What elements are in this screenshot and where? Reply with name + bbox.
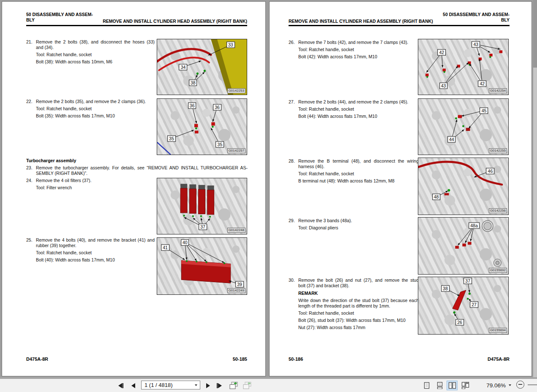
footer-page-number: 50-186 [289,357,303,362]
header-section-line2: BLY [405,17,510,23]
remark-line1: Write down the direction of the stud bol… [298,298,419,303]
last-page-button[interactable] [215,382,224,389]
next-page-button[interactable] [204,382,213,389]
remark-heading: REMARK [298,291,318,296]
single-page-icon [423,382,430,389]
step-21-number: 21. [26,39,33,45]
step-30-nut: Nut (27): Width across flats 17mm [298,325,365,330]
layout-continuous-button[interactable] [434,381,445,390]
figure-id-label: G0142253 [227,88,245,93]
step-28-body-line1: Remove the B terminal (48), and disconne… [298,158,419,164]
step-22-body: Remove the 2 bolts (35), and remove the … [36,99,146,104]
callout-label-43: 43 [472,41,480,47]
figure-step22-clamps: 36363535G0142257 [157,98,247,155]
header-title: REMOVE AND INSTALL CYLINDER HEAD ASSEMBL… [78,19,247,24]
callout-label-37: 37 [199,223,207,230]
zoom-slider-track[interactable] [528,384,537,385]
step-25-bolt: Bolt (40): Width across flats 17mm, M10 [36,257,115,263]
step-27-tool: Tool: Ratchet handle, socket [298,106,354,112]
engine-illustration [418,39,508,95]
step-25-number: 25. [26,237,33,243]
figure-step30-stud-bolt: 37382726G0155694 [418,277,509,335]
callout-label-39: 39 [235,281,244,287]
step-25-tool: Tool: Ratchet handle, socket [36,250,92,256]
figure-id-label: G0142254 [489,88,507,93]
step-22-number: 22. [26,99,33,104]
callout-label-43: 43 [439,83,448,89]
figure-step29-bands: 48aG0155692 [418,217,509,275]
figure-id-label: G0155694 [489,328,507,333]
step-30-tool: Tool: Ratchet handle, socket [298,310,354,316]
step-26-body: Remove the 7 bolts (42), and remove the … [298,40,408,45]
step-28-nut: B terminal nut (48): Width across flats … [298,178,395,184]
callout-label-45: 45 [480,107,488,114]
figure-step21-hoses: 333438G0142253 [157,39,247,95]
facing-pages-icon [448,382,456,389]
header-section-line2: BLY [26,17,35,23]
step-25-body-line2: rubber (39) together. [36,243,76,248]
layout-facing-continuous-button[interactable] [460,381,471,390]
callout-label-38: 38 [189,80,197,86]
next-view-icon [243,381,253,389]
callout-label-34: 34 [179,64,188,70]
figure-id-label: G0142255 [489,148,507,153]
step-23-body-line2: SEMBLY (RIGHT BANK)”. [36,171,87,176]
zoom-dropdown-caret-icon[interactable] [509,384,511,386]
previous-view-icon [229,381,239,389]
step-21-tool: Tool: Ratchet handle, socket [36,52,92,57]
engine-illustration [418,218,508,274]
scrollbar-thumb[interactable] [533,0,537,68]
engine-illustration [418,99,508,155]
footer-model: D475A-8R [425,357,510,362]
layout-facing-pages-button[interactable] [447,381,458,390]
figure-step27-clamps: 4544G0142255 [418,98,509,155]
callout-label-41: 41 [161,244,169,250]
callout-label-42: 42 [438,49,446,56]
continuous-page-icon [436,382,443,389]
step-26-bolt: Bolt (42): Width across flats 17mm, M10 [298,54,377,60]
step-30-number: 30. [289,278,295,283]
callout-label-48: 48 [432,194,441,200]
figure-id-label: G0142256 [489,208,507,213]
header-rule [26,25,247,26]
next-view-button[interactable] [242,382,253,389]
last-page-icon [216,382,224,389]
manual-page-50-185: 50 DISASSEMBLY AND ASSEM-BLYREMOVE AND I… [2,1,266,376]
pdf-viewer-window: 50 DISASSEMBLY AND ASSEM-BLYREMOVE AND I… [0,0,537,392]
previous-page-icon [130,382,136,389]
step-23-body-line1: Remove the turbocharger assembly. For de… [36,165,248,171]
vertical-scrollbar[interactable] [533,0,537,377]
step-23-number: 23. [26,165,33,171]
footer-model: D475A-8R [26,357,48,362]
step-21-bolt: Bolt (38): Width across flats 10mm, M6 [36,59,112,65]
zoom-level-value[interactable]: 79.06% [480,382,506,389]
callout-label-27: 27 [470,301,478,308]
step-29-tool: Tool: Diagonal pliers [298,225,338,231]
callout-label-35: 35 [216,142,224,148]
engine-illustration [157,238,247,294]
step-25-body-line1: Remove the 4 bolts (40), and remove the … [36,237,155,243]
step-27-body: Remove the 2 bolts (44), and remove the … [298,99,408,105]
callout-label-37: 37 [463,278,472,284]
step-22-bolt: Bolt (35): Width across flats 17mm, M10 [36,113,115,119]
page-number-combo[interactable]: 1 (1 / 4818) [141,381,200,389]
previous-view-button[interactable] [229,382,240,389]
first-page-button[interactable] [116,382,125,389]
facing-continuous-icon [461,382,469,389]
step-27-number: 27. [289,99,295,105]
header-section-line1: 50 DISASSEMBLY AND ASSEM- [405,12,510,17]
step-24-number: 24. [26,178,33,183]
document-canvas[interactable]: 50 DISASSEMBLY AND ASSEM-BLYREMOVE AND I… [0,0,537,377]
callout-label-36: 36 [213,104,221,110]
previous-page-button[interactable] [128,382,138,389]
callout-label-38: 38 [441,286,450,292]
callout-label-26: 26 [455,319,464,325]
layout-single-page-button[interactable] [421,381,432,390]
figure-id-label: G0155692 [489,268,507,273]
engine-illustration [157,99,247,155]
figure-step26-clamps: 43424342G0142254 [418,39,509,95]
step-24-tool: Tool: Filter wrench [36,185,72,191]
turbocharger-heading: Turbocharger assembly [26,158,76,163]
step-28-body-line2: harness (46). [298,164,324,169]
zoom-out-button[interactable] [516,381,524,389]
